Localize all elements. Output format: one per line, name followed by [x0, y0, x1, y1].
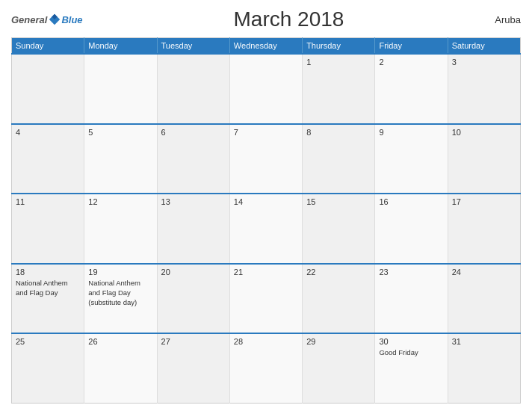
logo-general-text: General — [11, 14, 47, 25]
col-wednesday: Wednesday — [229, 38, 302, 55]
calendar-table: Sunday Monday Tuesday Wednesday Thursday… — [11, 37, 521, 404]
table-row: 26 — [84, 333, 157, 404]
calendar-week-row: 11121314151617 — [12, 194, 521, 264]
table-row: 17 — [448, 194, 520, 264]
day-number: 24 — [452, 268, 516, 276]
event-label: National Anthem and Flag Day (substitute… — [88, 279, 140, 307]
calendar-week-row: 252627282930Good Friday31 — [12, 333, 521, 404]
day-number: 7 — [234, 128, 298, 137]
day-number: 10 — [452, 128, 516, 137]
calendar-week-row: 45678910 — [12, 124, 521, 194]
table-row: 18National Anthem and Flag Day — [12, 264, 84, 334]
calendar-header-row: Sunday Monday Tuesday Wednesday Thursday… — [12, 38, 521, 55]
calendar-title: March 2018 — [83, 7, 495, 31]
event-label: National Anthem and Flag Day — [16, 279, 68, 297]
day-number: 26 — [88, 337, 152, 346]
table-row: 20 — [157, 264, 229, 334]
table-row: 15 — [303, 194, 375, 264]
day-number: 13 — [161, 197, 226, 206]
logo: General Blue — [11, 13, 83, 26]
table-row: 4 — [12, 124, 84, 194]
day-number: 17 — [452, 197, 516, 206]
table-row — [84, 54, 157, 124]
day-number: 3 — [452, 58, 516, 67]
day-number: 2 — [379, 58, 443, 67]
table-row: 7 — [229, 124, 302, 194]
table-row — [12, 54, 84, 124]
day-number: 16 — [379, 197, 443, 206]
table-row: 28 — [229, 333, 302, 404]
table-row: 14 — [229, 194, 302, 264]
day-number: 12 — [88, 197, 152, 206]
logo-blue-text: Blue — [61, 14, 82, 25]
calendar-body: 123456789101112131415161718National Anth… — [12, 54, 521, 404]
table-row: 19National Anthem and Flag Day (substitu… — [84, 264, 157, 334]
table-row: 22 — [303, 264, 375, 334]
day-number: 31 — [452, 337, 516, 346]
table-row: 6 — [157, 124, 229, 194]
col-thursday: Thursday — [303, 38, 375, 55]
day-number: 23 — [379, 268, 443, 276]
day-number: 20 — [161, 268, 226, 276]
table-row: 23 — [375, 264, 448, 334]
day-number: 29 — [306, 337, 371, 346]
table-row: 9 — [375, 124, 448, 194]
day-number: 18 — [16, 268, 80, 276]
day-number: 4 — [16, 128, 80, 137]
table-row: 5 — [84, 124, 157, 194]
day-number: 1 — [306, 58, 371, 67]
calendar-week-row: 18National Anthem and Flag Day19National… — [12, 264, 521, 334]
calendar-page: General Blue March 2018 Aruba Sunday Mon… — [0, 0, 532, 411]
header: General Blue March 2018 Aruba — [11, 7, 521, 31]
table-row: 8 — [303, 124, 375, 194]
table-row: 30Good Friday — [375, 333, 448, 404]
table-row: 16 — [375, 194, 448, 264]
table-row: 29 — [303, 333, 375, 404]
day-number: 27 — [161, 337, 226, 346]
day-number: 25 — [16, 337, 80, 346]
day-number: 8 — [306, 128, 371, 137]
table-row: 3 — [448, 54, 520, 124]
table-row: 24 — [448, 264, 520, 334]
day-number: 19 — [88, 268, 152, 276]
day-number: 30 — [379, 337, 443, 346]
day-number: 5 — [88, 128, 152, 137]
table-row — [229, 54, 302, 124]
day-number: 22 — [306, 268, 371, 276]
col-monday: Monday — [84, 38, 157, 55]
col-sunday: Sunday — [12, 38, 84, 55]
day-number: 15 — [306, 197, 371, 206]
col-friday: Friday — [375, 38, 448, 55]
col-saturday: Saturday — [448, 38, 520, 55]
table-row: 21 — [229, 264, 302, 334]
table-row: 25 — [12, 333, 84, 404]
day-number: 14 — [234, 197, 298, 206]
table-row: 2 — [375, 54, 448, 124]
table-row — [157, 54, 229, 124]
event-label: Good Friday — [379, 348, 418, 356]
day-number: 11 — [16, 197, 80, 206]
table-row: 27 — [157, 333, 229, 404]
calendar-week-row: 123 — [12, 54, 521, 124]
country-label: Aruba — [495, 14, 521, 25]
table-row: 12 — [84, 194, 157, 264]
table-row: 13 — [157, 194, 229, 264]
table-row: 1 — [303, 54, 375, 124]
logo-flag-icon — [48, 13, 61, 26]
day-number: 6 — [161, 128, 226, 137]
table-row: 31 — [448, 333, 520, 404]
col-tuesday: Tuesday — [157, 38, 229, 55]
table-row: 10 — [448, 124, 520, 194]
day-number: 21 — [234, 268, 298, 276]
day-number: 28 — [234, 337, 298, 346]
day-number: 9 — [379, 128, 443, 137]
table-row: 11 — [12, 194, 84, 264]
